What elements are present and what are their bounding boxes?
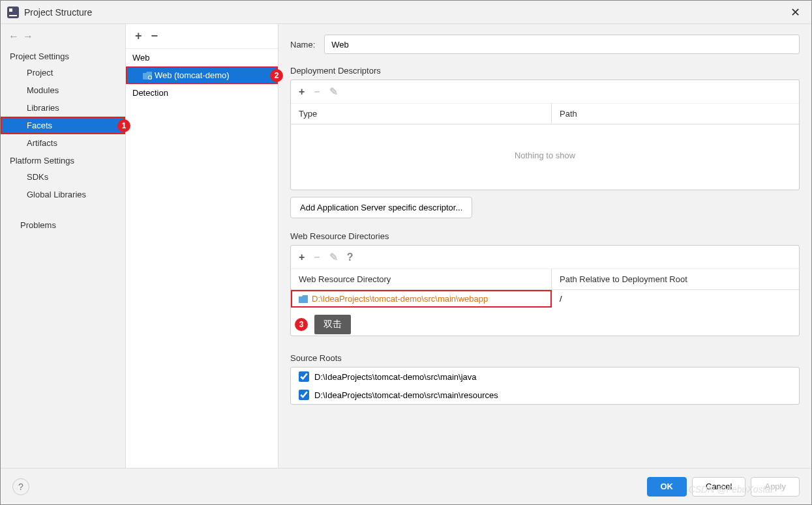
add-wrd-button[interactable]: +	[299, 252, 305, 263]
svg-rect-0	[7, 7, 19, 18]
add-app-server-descriptor-button[interactable]: Add Application Server specific descript…	[290, 197, 472, 218]
descriptors-table-body: Nothing to show	[291, 124, 799, 190]
web-resource-directories-title: Web Resource Directories	[290, 231, 800, 241]
app-icon	[7, 7, 19, 18]
descriptors-path-header: Path	[552, 104, 799, 124]
wrd-table-body: D:\IdeaProjects\tomcat-demo\src\main\web…	[291, 290, 799, 336]
annotation-tooltip-3: 双击	[314, 315, 351, 334]
titlebar: Project Structure ✕	[1, 1, 811, 24]
source-root-item[interactable]: D:\IdeaProjects\tomcat-demo\src\main\res…	[291, 386, 799, 404]
project-structure-dialog: Project Structure ✕ ← → Project Settings…	[0, 0, 812, 505]
wrd-dir-text: D:\IdeaProjects\tomcat-demo\src\main\web…	[312, 294, 488, 304]
deployment-descriptors-panel: + − ✎ Type Path Nothing to show	[290, 79, 800, 190]
descriptors-table-header: Type Path	[291, 104, 799, 124]
back-arrow-icon[interactable]: ←	[8, 31, 19, 42]
facet-tree-toolbar: + −	[126, 24, 278, 49]
source-roots-panel: D:\IdeaProjects\tomcat-demo\src\main\jav…	[290, 367, 800, 405]
edit-descriptor-button[interactable]: ✎	[329, 85, 338, 98]
folder-icon	[299, 295, 308, 303]
deployment-descriptors-title: Deployment Descriptors	[290, 66, 800, 76]
remove-wrd-button[interactable]: −	[314, 252, 320, 263]
web-resource-directories-panel: + − ✎ ? Web Resource Directory Path Rela…	[290, 245, 800, 336]
cancel-button[interactable]: Cancel	[692, 477, 745, 497]
web-facet-icon	[143, 72, 152, 79]
svg-rect-1	[9, 8, 12, 12]
wrd-relpath-cell: /	[552, 290, 799, 308]
nav-item-facets-label: Facets	[27, 121, 52, 130]
descriptors-empty-text: Nothing to show	[291, 124, 799, 186]
svg-rect-2	[9, 15, 17, 16]
nav-item-problems[interactable]: Problems	[1, 216, 125, 234]
facet-editor-panel: Name: Deployment Descriptors + − ✎ Type …	[278, 24, 811, 468]
tree-item-web-tomcat-demo-label: Web (tomcat-demo)	[155, 70, 230, 80]
name-input[interactable]	[324, 35, 800, 54]
source-root-checkbox-java[interactable]	[299, 371, 309, 382]
dialog-title: Project Structure	[24, 7, 785, 18]
wrd-relpath-header: Path Relative to Deployment Root	[552, 269, 799, 289]
edit-wrd-button[interactable]: ✎	[329, 251, 338, 263]
wrd-dir-cell[interactable]: D:\IdeaProjects\tomcat-demo\src\main\web…	[291, 290, 552, 308]
nav-item-sdks[interactable]: SDKs	[1, 168, 125, 186]
nav-item-facets[interactable]: Facets 1	[1, 117, 125, 134]
add-descriptor-button[interactable]: +	[299, 86, 305, 98]
descriptors-type-header: Type	[291, 104, 552, 124]
source-roots-title: Source Roots	[290, 353, 800, 363]
remove-descriptor-button[interactable]: −	[314, 86, 320, 98]
source-root-label: D:\IdeaProjects\tomcat-demo\src\main\jav…	[314, 372, 477, 382]
name-row: Name:	[290, 35, 800, 54]
tree-item-detection[interactable]: Detection	[126, 84, 278, 102]
forward-arrow-icon[interactable]: →	[23, 31, 33, 42]
wrd-table-row[interactable]: D:\IdeaProjects\tomcat-demo\src\main\web…	[291, 290, 799, 308]
wrd-table-header: Web Resource Directory Path Relative to …	[291, 269, 799, 290]
nav-header-platform-settings: Platform Settings	[1, 152, 125, 168]
add-facet-button[interactable]: +	[135, 29, 142, 43]
dialog-body: ← → Project Settings Project Modules Lib…	[1, 24, 811, 468]
deployment-descriptors-toolbar: + − ✎	[291, 80, 799, 104]
nav-header-project-settings: Project Settings	[1, 48, 125, 64]
wrd-dir-header: Web Resource Directory	[291, 269, 552, 289]
apply-button[interactable]: Apply	[751, 477, 800, 497]
annotation-badge-1: 1	[117, 119, 130, 132]
help-wrd-button[interactable]: ?	[347, 252, 353, 263]
left-nav: ← → Project Settings Project Modules Lib…	[1, 24, 126, 468]
dialog-footer: ? OK Cancel Apply	[1, 468, 811, 504]
name-label: Name:	[290, 40, 315, 50]
remove-facet-button[interactable]: −	[151, 29, 158, 43]
nav-item-global-libraries[interactable]: Global Libraries	[1, 186, 125, 203]
nav-history: ← →	[1, 28, 125, 48]
facet-tree-panel: + − Web Web (tomcat-demo) 2 Detection	[126, 24, 278, 468]
source-root-item[interactable]: D:\IdeaProjects\tomcat-demo\src\main\jav…	[291, 368, 799, 386]
source-root-label: D:\IdeaProjects\tomcat-demo\src\main\res…	[314, 390, 498, 400]
close-button[interactable]: ✕	[785, 5, 805, 20]
wrd-toolbar: + − ✎ ?	[291, 246, 799, 269]
ok-button[interactable]: OK	[647, 477, 687, 497]
help-button[interactable]: ?	[12, 478, 29, 495]
annotation-badge-2: 2	[270, 69, 283, 82]
tree-item-web-tomcat-demo[interactable]: Web (tomcat-demo) 2	[126, 66, 278, 84]
svg-point-4	[149, 76, 151, 79]
source-root-checkbox-resources[interactable]	[299, 390, 309, 400]
nav-item-modules[interactable]: Modules	[1, 81, 125, 99]
nav-item-artifacts[interactable]: Artifacts	[1, 134, 125, 152]
nav-item-project[interactable]: Project	[1, 64, 125, 81]
annotation-badge-3: 3	[295, 318, 308, 331]
nav-item-libraries[interactable]: Libraries	[1, 99, 125, 117]
annotation-3-group: 3 双击	[295, 315, 351, 334]
tree-item-web[interactable]: Web	[126, 49, 278, 66]
